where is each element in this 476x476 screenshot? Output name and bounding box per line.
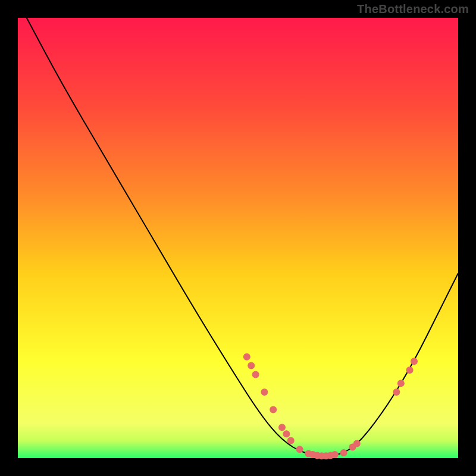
curve-marker [296, 446, 303, 453]
chart-frame: TheBottleneck.com [0, 0, 476, 476]
curve-marker [278, 424, 286, 431]
curve-marker [340, 449, 347, 456]
curve-marker [353, 440, 361, 447]
curve-marker [261, 389, 268, 396]
curve-marker [331, 451, 339, 458]
curve-marker [252, 371, 259, 378]
curve-marker [283, 430, 290, 437]
curve-marker [406, 367, 414, 374]
curve-marker [243, 353, 250, 361]
bottleneck-chart [0, 0, 476, 476]
curve-marker [397, 380, 405, 387]
curve-marker [393, 389, 400, 396]
curve-marker [248, 362, 255, 369]
curve-marker [270, 406, 277, 414]
curve-marker [411, 358, 418, 365]
curve-marker [287, 437, 295, 444]
plot-background [18, 18, 458, 458]
